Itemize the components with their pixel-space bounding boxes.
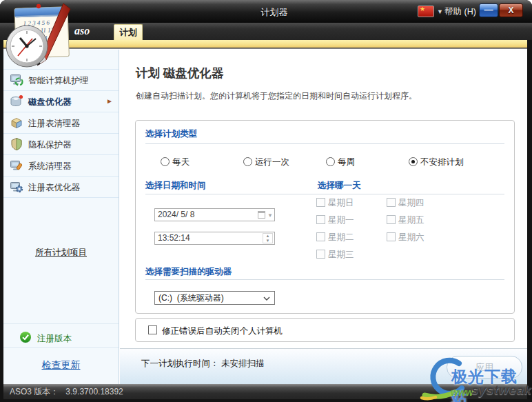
all-schedule-items-link[interactable]: 所有计划项目 bbox=[3, 247, 119, 259]
registry-optimizer-icon bbox=[10, 180, 23, 194]
section-separator bbox=[145, 279, 504, 280]
sidebar-item-label: 智能计算机护理 bbox=[28, 75, 89, 87]
registry-cleaner-icon bbox=[10, 116, 23, 130]
shutdown-checkbox[interactable] bbox=[148, 325, 157, 334]
flag-star-icon: ★ bbox=[420, 6, 425, 12]
schedule-groupbox: 选择计划类型 每天运行一次每周不安排计划 选择日期和时间 选择哪一天 2024/… bbox=[135, 120, 515, 314]
sidebar-item-label: 系统清理器 bbox=[28, 161, 72, 172]
section-separator bbox=[145, 143, 504, 144]
selected-item-arrow-icon: ► bbox=[106, 97, 113, 105]
sidebar-item-registry-optimizer[interactable]: 注册表优化器 bbox=[3, 177, 119, 198]
checkbox-unchecked-icon[interactable] bbox=[316, 198, 325, 207]
radio-unselected-icon[interactable] bbox=[243, 157, 252, 166]
registered-check-icon bbox=[19, 331, 32, 343]
weekday-checkbox-3[interactable]: 星期三 bbox=[316, 249, 354, 259]
radio-selected-icon[interactable] bbox=[409, 157, 418, 166]
calendar-icon[interactable] bbox=[258, 211, 265, 219]
titlebar: 计划器 ★ ▼ 帮助 (H) — X bbox=[0, 0, 532, 23]
weekday-checkbox-6[interactable]: 星期六 bbox=[387, 232, 424, 241]
radio-unselected-icon[interactable] bbox=[161, 157, 170, 166]
shutdown-option-box: 修正错误后自动关闭个人计算机 bbox=[135, 318, 515, 342]
section-separator bbox=[145, 194, 504, 194]
language-flag-icon[interactable]: ★ bbox=[418, 6, 434, 17]
version-value: 3.9.3700.18392 bbox=[65, 387, 123, 396]
sidebar: 智能计算机护理磁盘优化器►注册表清理器隐私保护器系统清理器注册表优化器 所有计划… bbox=[3, 50, 119, 384]
radio-unselected-icon[interactable] bbox=[326, 157, 335, 166]
sidebar-item-smart-pc-care[interactable]: 智能计算机护理 bbox=[3, 70, 119, 91]
tab-schedule[interactable]: 计划 bbox=[114, 24, 143, 40]
system-cleaner-icon bbox=[10, 159, 23, 172]
schedule-type-radio-2[interactable]: 每周 bbox=[326, 157, 355, 166]
next-run-text: 下一计划执行时间： 未安排扫描 bbox=[141, 358, 264, 370]
schedule-type-radio-1[interactable]: 运行一次 bbox=[243, 157, 289, 166]
registered-version-row: 注册版本 bbox=[3, 328, 119, 347]
main-body: 智能计算机护理磁盘优化器►注册表清理器隐私保护器系统清理器注册表优化器 所有计划… bbox=[3, 50, 527, 384]
checkbox-unchecked-icon[interactable] bbox=[316, 250, 325, 259]
registered-version-label: 注册版本 bbox=[37, 333, 72, 345]
sidebar-menu: 智能计算机护理磁盘优化器►注册表清理器隐私保护器系统清理器注册表优化器 bbox=[3, 69, 119, 198]
sidebar-item-label: 隐私保护器 bbox=[28, 139, 72, 151]
app-window: 计划器 ★ ▼ 帮助 (H) — X aso 计划 智能计算机护理磁盘优化器►注… bbox=[0, 0, 532, 402]
sidebar-item-label: 注册表清理器 bbox=[28, 118, 80, 130]
check-update-link[interactable]: 检查更新 bbox=[3, 359, 119, 372]
weekday-checkbox-0[interactable]: 星期日 bbox=[316, 197, 354, 207]
date-picker[interactable]: 2024/ 5/ 8 ▼ bbox=[154, 208, 275, 221]
checkbox-unchecked-icon[interactable] bbox=[316, 215, 325, 224]
weekday-checkbox-5[interactable]: 星期五 bbox=[387, 214, 424, 224]
app-logo-icon: 1 2 3 4 5 6 7 8 9 10 11 12 14 15 17 18 1… bbox=[4, 2, 71, 70]
close-button[interactable]: X bbox=[499, 3, 523, 17]
sidebar-item-registry-cleaner[interactable]: 注册表清理器 bbox=[3, 112, 119, 134]
time-spinner[interactable]: ▲▼ bbox=[263, 233, 273, 243]
minimize-button[interactable]: — bbox=[479, 3, 498, 17]
shutdown-option-label: 修正错误后自动关闭个人计算机 bbox=[162, 325, 283, 337]
drive-select[interactable]: (C:) (系统驱动器) bbox=[154, 291, 275, 305]
checkbox-unchecked-icon[interactable] bbox=[387, 198, 396, 207]
drive-dropdown-caret-icon bbox=[263, 297, 270, 301]
next-run-label: 下一计划执行时间： bbox=[141, 359, 219, 368]
language-dropdown-caret-icon[interactable]: ▼ bbox=[437, 8, 443, 15]
sidebar-item-label: 注册表优化器 bbox=[28, 182, 80, 194]
time-value: 13:52:14 bbox=[158, 233, 190, 243]
page-title: 计划 磁盘优化器 bbox=[136, 65, 223, 81]
date-value: 2024/ 5/ 8 bbox=[158, 210, 194, 219]
version-label: ASO3 版本： bbox=[10, 387, 59, 396]
schedule-type-radio-3[interactable]: 不安排计划 bbox=[409, 157, 464, 166]
weekday-checkbox-4[interactable]: 星期四 bbox=[387, 197, 424, 207]
tab-bar: aso 计划 bbox=[0, 23, 532, 40]
weekday-header: 选择哪一天 bbox=[318, 180, 361, 192]
help-menu[interactable]: 帮助 (H) bbox=[444, 6, 476, 18]
computer-care-icon bbox=[10, 73, 23, 87]
content-panel: 计划 磁盘优化器 创建自动扫描计划。您的计算机将于您指定的日期和时间自动运行计划… bbox=[120, 50, 527, 384]
watermark-brand-text: systweak bbox=[471, 383, 532, 398]
date-dropdown-caret-icon[interactable]: ▼ bbox=[267, 212, 273, 219]
sidebar-item-disk-optimizer[interactable]: 磁盘优化器► bbox=[3, 91, 119, 112]
weekday-checkbox-1[interactable]: 星期一 bbox=[316, 214, 354, 224]
page-description: 创建自动扫描计划。您的计算机将于您指定的日期和时间自动运行计划程序。 bbox=[136, 90, 417, 102]
next-run-value: 未安排扫描 bbox=[221, 359, 265, 368]
privacy-protector-icon bbox=[10, 137, 23, 151]
sidebar-separator bbox=[3, 323, 119, 324]
sidebar-item-system-cleaner[interactable]: 系统清理器 bbox=[3, 155, 119, 177]
weekday-checkbox-2[interactable]: 星期二 bbox=[316, 232, 354, 241]
yellow-accent-strip bbox=[3, 40, 527, 48]
sidebar-item-label: 磁盘优化器 bbox=[28, 97, 72, 108]
checkbox-unchecked-icon[interactable] bbox=[387, 215, 396, 224]
disk-optimizer-icon bbox=[10, 94, 23, 108]
drives-header: 选择需要扫描的驱动器 bbox=[145, 266, 232, 278]
schedule-type-radio-0[interactable]: 每天 bbox=[161, 157, 190, 166]
sidebar-item-privacy-protector[interactable]: 隐私保护器 bbox=[3, 134, 119, 155]
drive-selected-value: (C:) (系统驱动器) bbox=[158, 293, 224, 303]
datetime-header: 选择日期和时间 bbox=[145, 180, 206, 192]
time-picker[interactable]: 13:52:14▲▼ bbox=[154, 232, 275, 245]
sidebar-separator bbox=[3, 347, 119, 348]
watermark-www-text: www bbox=[451, 387, 473, 398]
checkbox-unchecked-icon[interactable] bbox=[387, 232, 396, 241]
brand-logo-text: aso bbox=[74, 25, 90, 37]
schedule-type-header: 选择计划类型 bbox=[145, 128, 197, 140]
checkbox-unchecked-icon[interactable] bbox=[316, 232, 325, 241]
